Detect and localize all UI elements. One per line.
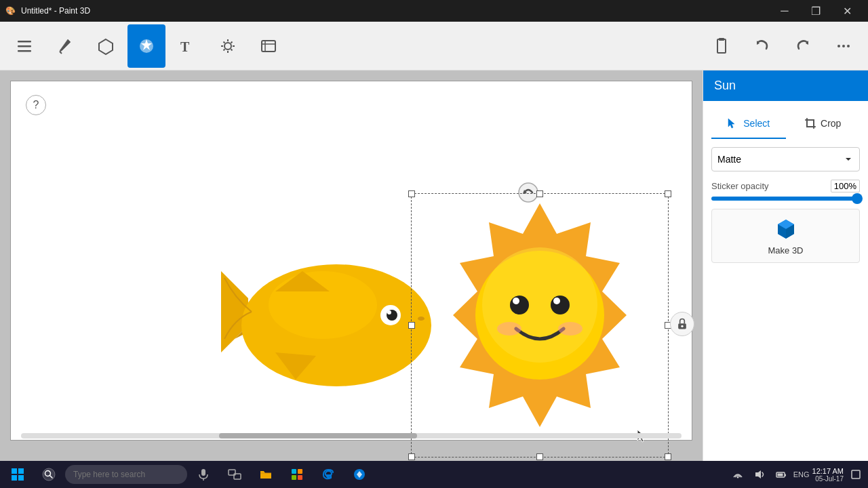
make3d-label: Make 3D <box>768 245 803 256</box>
canvas-area[interactable]: ? <box>0 70 703 461</box>
matte-row: Matte None Custom <box>711 147 860 171</box>
panel-title: Sun <box>714 79 736 92</box>
svg-rect-19 <box>717 39 726 53</box>
svg-point-30 <box>269 271 377 339</box>
crop-tool-button[interactable]: Crop <box>786 109 861 139</box>
opacity-value: 100% <box>831 180 860 192</box>
canvas-icon <box>259 37 278 56</box>
lock-handle[interactable] <box>670 312 694 336</box>
svg-rect-0 <box>18 41 31 43</box>
panel-content: Select Crop Matte None Custom <box>703 101 868 271</box>
fish-svg <box>221 230 438 420</box>
svg-rect-63 <box>201 469 205 476</box>
file-explorer-button[interactable] <box>251 461 281 488</box>
close-button[interactable]: ✕ <box>831 0 863 22</box>
store-button[interactable] <box>282 461 312 488</box>
cortana-button[interactable] <box>189 461 218 488</box>
opacity-slider-thumb[interactable] <box>852 193 863 204</box>
task-view-icon <box>228 468 241 481</box>
text-button[interactable]: T <box>168 24 206 68</box>
volume-button[interactable] <box>750 461 769 488</box>
more-button[interactable] <box>825 24 863 68</box>
canvas-scrollbar-horizontal[interactable] <box>21 433 682 439</box>
svg-rect-16 <box>262 41 275 52</box>
notifications-button[interactable] <box>846 461 865 488</box>
svg-point-25 <box>847 45 850 47</box>
canvas[interactable]: ? <box>10 81 692 441</box>
opacity-label: Sticker opacity <box>711 181 769 191</box>
svg-rect-76 <box>785 474 786 476</box>
make3d-button[interactable]: Make 3D <box>711 209 860 263</box>
menu-button[interactable] <box>5 24 43 68</box>
svg-point-48 <box>681 325 683 327</box>
select-icon <box>727 117 739 129</box>
crop-label: Crop <box>821 118 841 129</box>
svg-rect-2 <box>18 50 31 52</box>
undo-button[interactable] <box>743 24 781 68</box>
svg-point-35 <box>387 310 391 314</box>
stickers-icon <box>137 37 156 56</box>
edge-button[interactable] <box>313 461 343 488</box>
select-crop-row: Select Crop <box>711 109 860 139</box>
make3d-icon <box>774 217 798 241</box>
microphone-icon <box>197 468 210 481</box>
handle-bot-mid[interactable] <box>536 453 543 460</box>
network-button[interactable] <box>728 461 747 488</box>
paint3d-taskbar-icon <box>353 468 366 481</box>
taskbar-time: 12:17 AM <box>812 467 844 475</box>
redo-button[interactable] <box>784 24 822 68</box>
taskbar: ENG 12:17 AM 05-Jul-17 <box>0 461 868 488</box>
opacity-slider-track[interactable] <box>711 197 860 201</box>
stickers-button[interactable] <box>127 24 165 68</box>
app-icon: 🎨 <box>5 6 16 16</box>
effects-button[interactable] <box>209 24 247 68</box>
sun-sticker[interactable] <box>411 183 669 454</box>
svg-rect-1 <box>18 45 31 47</box>
crop-icon <box>804 117 816 129</box>
select-tool-button[interactable]: Select <box>711 109 786 139</box>
edge-icon <box>321 468 335 481</box>
rotate-handle[interactable] <box>517 182 539 203</box>
main: ? <box>0 70 868 461</box>
svg-point-43 <box>497 322 521 336</box>
svg-point-41 <box>513 298 519 304</box>
restore-icon: ❐ <box>811 5 821 18</box>
svg-line-13 <box>231 49 233 50</box>
search-circle-icon <box>42 468 56 481</box>
fish-sticker[interactable] <box>221 230 438 420</box>
start-button[interactable] <box>3 461 33 488</box>
canvas-scrollbar-thumb[interactable] <box>219 433 417 439</box>
svg-point-44 <box>558 322 583 336</box>
titlebar-controls: ─ ❐ ✕ <box>769 0 863 22</box>
svg-point-60 <box>43 468 55 481</box>
task-view-button[interactable] <box>220 461 250 488</box>
svg-marker-4 <box>99 39 113 54</box>
paste-button[interactable] <box>703 24 741 68</box>
help-button[interactable]: ? <box>26 95 46 115</box>
opacity-label-row: Sticker opacity 100% <box>711 180 860 192</box>
restore-button[interactable]: ❐ <box>800 0 831 22</box>
panel-header: Sun <box>703 70 868 101</box>
paint3d-taskbar-button[interactable] <box>344 461 374 488</box>
matte-select[interactable]: Matte None Custom <box>711 147 860 171</box>
svg-rect-20 <box>719 38 724 41</box>
battery-button[interactable] <box>772 461 791 488</box>
brushes-button[interactable] <box>46 24 84 68</box>
handle-bot-left[interactable] <box>408 453 415 460</box>
shapes3d-button[interactable] <box>87 24 125 68</box>
taskbar-right: ENG 12:17 AM 05-Jul-17 <box>728 461 865 488</box>
paste-icon <box>712 37 731 56</box>
svg-line-3 <box>60 52 62 54</box>
svg-rect-68 <box>298 469 302 474</box>
svg-text:T: T <box>180 39 190 54</box>
help-icon: ? <box>33 99 39 111</box>
minimize-button[interactable]: ─ <box>769 0 800 22</box>
svg-line-14 <box>231 41 233 43</box>
canvas-button[interactable] <box>250 24 288 68</box>
handle-bot-right[interactable] <box>665 453 671 460</box>
svg-rect-70 <box>298 475 302 480</box>
folder-icon <box>259 468 273 481</box>
taskbar-search-input[interactable] <box>65 465 187 484</box>
svg-rect-77 <box>777 474 783 476</box>
search-button[interactable] <box>34 461 64 488</box>
